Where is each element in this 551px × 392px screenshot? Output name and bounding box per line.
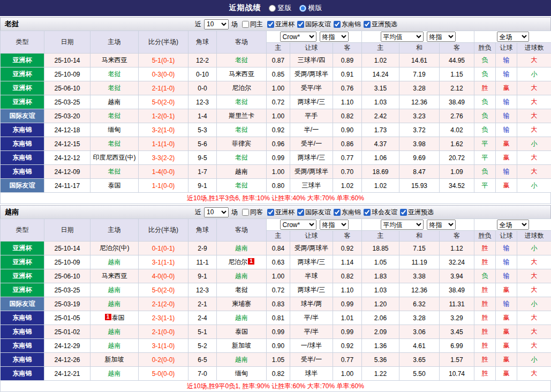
average-odds-select[interactable]: 平均值 <box>381 32 424 42</box>
match-type-badge: 东南锦 <box>1 339 44 353</box>
full-match-select[interactable]: 全场 <box>497 220 529 230</box>
odds-away: 2.12 <box>440 81 474 95</box>
col-header-odds-home: 主 <box>362 43 399 54</box>
handicap-away-odds: 1.14 <box>333 255 362 269</box>
match-row: 东南锦24-12-21越南5-0(0-0)7-0缅甸0.82球半1.001.22… <box>1 367 551 381</box>
result-cell: 平 <box>474 137 496 151</box>
match-score: 5-1(0-1) <box>139 54 188 67</box>
odds-draw: 7.19 <box>399 67 440 81</box>
competition-filter-checkbox[interactable] <box>364 21 371 28</box>
competition-filter-checkbox[interactable] <box>400 209 407 216</box>
col-header-corners: 角球 <box>188 219 217 242</box>
away-team-cell: 越南 <box>217 311 267 325</box>
horizontal-layout-radio[interactable] <box>299 5 306 12</box>
odds-home: 18.69 <box>362 165 399 179</box>
odds-away: 1.62 <box>440 137 474 151</box>
competition-filter-label: 亚洲杯 <box>275 20 295 29</box>
home-team-cell: 老挝 <box>90 165 139 179</box>
match-type-badge: 东南锦 <box>1 367 44 381</box>
recent-count-select[interactable]: 10 <box>204 207 229 217</box>
handicap-odds-header: Crow*终指 <box>267 31 362 43</box>
handicap-home-odds: 1.00 <box>267 109 290 123</box>
home-team-cell: 老挝 <box>90 137 139 151</box>
same-venue-label: 同主 <box>250 20 263 29</box>
recent-count-select[interactable]: 10 <box>204 19 229 29</box>
odds-home: 1.03 <box>362 95 399 109</box>
competition-filter[interactable]: 球会友谊 <box>364 208 397 217</box>
odds-company-select[interactable]: Crow* <box>280 32 316 42</box>
handicap-away-odds: 0.92 <box>333 339 362 353</box>
competition-filter[interactable]: 亚洲预选 <box>400 208 434 217</box>
competition-filter-checkbox[interactable] <box>364 209 371 216</box>
competition-filter[interactable]: 东南锦 <box>334 208 361 217</box>
home-team-name: 越南 <box>108 328 121 335</box>
same-venue-filter[interactable]: 同主 <box>242 20 263 29</box>
match-date: 25-01-05 <box>44 311 90 325</box>
match-row: 亚洲杯25-10-09越南3-1(1-1)11-1尼泊尔10.63两球半/三1.… <box>1 255 551 269</box>
away-team-name: 尼泊尔 <box>232 84 251 92</box>
odds-home: 3.15 <box>362 81 399 95</box>
competition-filter[interactable]: 亚洲预选 <box>364 20 397 29</box>
results-table: 类型 日期 主场 比分(半场) 角球 客场 Crow*终指 平均值终指 全场 主… <box>0 218 551 381</box>
competition-filter-checkbox[interactable] <box>297 209 304 216</box>
layout-option-vertical[interactable]: 竖版 <box>269 3 292 13</box>
final-index-select[interactable]: 终指 <box>320 220 349 230</box>
layout-option-horizontal[interactable]: 横版 <box>299 3 322 13</box>
same-venue-checkbox[interactable] <box>242 21 249 28</box>
away-team-cell: 斯里兰卡 <box>217 109 267 123</box>
col-header-handicap-line: 让球 <box>290 43 333 54</box>
competition-filter[interactable]: 国际友谊 <box>297 208 331 217</box>
same-venue-filter[interactable]: 同客 <box>242 208 263 217</box>
handicap-home-odds: 0.84 <box>267 242 290 255</box>
odds-away: 1.15 <box>440 67 474 81</box>
competition-filter[interactable]: 国际友谊 <box>297 20 331 29</box>
match-type-badge: 东南锦 <box>1 325 44 339</box>
competition-filter-checkbox[interactable] <box>297 21 304 28</box>
competition-filter[interactable]: 亚洲杯 <box>267 20 295 29</box>
goals-cell: 小 <box>517 242 551 255</box>
odds-company-select[interactable]: Crow* <box>280 220 316 230</box>
col-header-result: 胜负 <box>474 43 496 54</box>
goals-cell: 大 <box>517 81 551 95</box>
competition-filter-checkbox[interactable] <box>334 21 341 28</box>
home-team-cell: 越南 <box>90 325 139 339</box>
match-type-badge: 东南锦 <box>1 151 44 165</box>
same-venue-checkbox[interactable] <box>242 209 249 216</box>
matches-label: 场 <box>231 208 238 217</box>
goals-cell: 大 <box>517 325 551 339</box>
final-index-select[interactable]: 终指 <box>427 32 456 42</box>
match-score: 1-4(0-0) <box>139 165 188 179</box>
handicap-line: 半球 <box>290 269 333 283</box>
handicap-result-cell: 输 <box>496 67 517 81</box>
team-name: 老挝 <box>1 19 19 29</box>
col-header-away: 客场 <box>217 219 267 242</box>
full-match-select[interactable]: 全场 <box>497 32 529 42</box>
competition-filter-label: 国际友谊 <box>305 20 331 29</box>
home-team-cell: 越南 <box>90 95 139 109</box>
competition-filter-checkbox[interactable] <box>334 209 341 216</box>
odds-home: 2.09 <box>362 325 399 339</box>
odds-draw: 3.72 <box>399 123 440 137</box>
match-row: 东南锦25-01-051泰国2-3(1-1)2-4越南0.81平/半1.012.… <box>1 311 551 325</box>
odds-draw: 3.98 <box>399 137 440 151</box>
red-card-badge: 1 <box>248 258 254 265</box>
competition-filter-checkbox[interactable] <box>267 209 274 216</box>
vertical-layout-radio[interactable] <box>269 5 276 12</box>
home-team-cell: 缅甸 <box>90 123 139 137</box>
competition-filter-checkbox[interactable] <box>267 21 274 28</box>
home-team-name: 尼泊尔(中) <box>100 244 130 252</box>
handicap-home-odds: 0.72 <box>267 283 290 297</box>
competition-filter-label: 亚洲预选 <box>408 208 434 217</box>
away-team-cell: 马来西亚 <box>217 67 267 81</box>
handicap-line: 两球半/三 <box>290 95 333 109</box>
full-match-header: 全场 <box>474 219 551 231</box>
competition-filter[interactable]: 亚洲杯 <box>267 208 295 217</box>
handicap-result-cell: 赢 <box>496 353 517 367</box>
final-index-select[interactable]: 终指 <box>320 32 349 42</box>
average-odds-select[interactable]: 平均值 <box>381 220 424 230</box>
corners: 9-5 <box>188 151 217 165</box>
away-team-name: 新加坡 <box>232 342 251 349</box>
match-date: 25-06-10 <box>44 269 90 283</box>
competition-filter[interactable]: 东南锦 <box>334 20 361 29</box>
final-index-select[interactable]: 终指 <box>427 220 456 230</box>
